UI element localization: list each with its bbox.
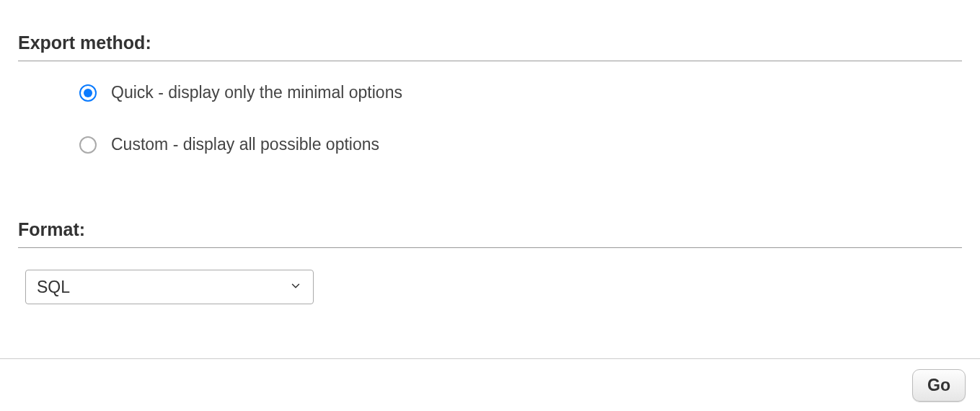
format-select-value: SQL (37, 278, 70, 297)
format-select[interactable]: SQL (25, 270, 314, 304)
radio-custom-input[interactable] (79, 136, 97, 154)
export-method-radio-group: Quick - display only the minimal options… (18, 83, 962, 154)
go-button[interactable]: Go (912, 369, 966, 402)
footer: Go (0, 358, 980, 411)
radio-option-quick[interactable]: Quick - display only the minimal options (79, 83, 962, 102)
radio-quick-input[interactable] (79, 84, 97, 102)
export-method-heading: Export method: (18, 0, 962, 61)
radio-custom-label[interactable]: Custom - display all possible options (111, 135, 379, 154)
chevron-down-icon (289, 278, 302, 297)
format-heading: Format: (18, 187, 962, 248)
radio-quick-label[interactable]: Quick - display only the minimal options (111, 83, 402, 102)
radio-option-custom[interactable]: Custom - display all possible options (79, 135, 962, 154)
